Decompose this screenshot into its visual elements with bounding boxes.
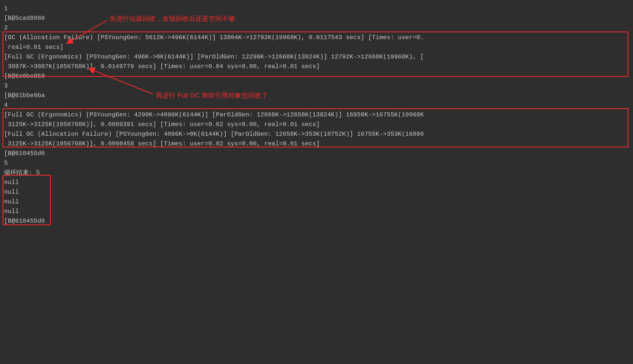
log-line: [Full GC (Ergonomics) [PSYoungGen: 4290K…: [4, 110, 424, 119]
log-line: [Full GC (Allocation Failure) [PSYoungGe…: [4, 130, 424, 139]
log-line: null: [4, 188, 19, 197]
svg-line-1: [89, 69, 153, 94]
log-line: 5: [4, 159, 8, 168]
log-line: null: [4, 197, 19, 206]
log-line: 3125K->3125K(1056768K)], 0.0089391 secs]…: [4, 120, 320, 129]
log-line: 1: [4, 4, 8, 13]
log-line: [Full GC (Ergonomics) [PSYoungGen: 496K-…: [4, 52, 424, 62]
annotation-text-2: 再进行 Full GC 将软引用对象也回收了: [156, 91, 268, 100]
log-line: [B@5cad8086: [4, 14, 45, 23]
log-line: [B@610455d6: [4, 217, 45, 226]
log-line: null: [4, 207, 19, 216]
console-output: 1 [B@5cad8086 2 [GC (Allocation Failure)…: [0, 0, 633, 364]
log-line: [GC (Allocation Failure) [PSYoungGen: 56…: [4, 33, 424, 42]
log-line: [B@6e0be858: [4, 72, 45, 81]
log-line: 3: [4, 81, 8, 90]
log-line: 3087K->3087K(1056768K)], 0.0149779 secs]…: [4, 62, 320, 71]
annotation-text-1: 先进行垃圾回收，发现回收后还是空间不够: [109, 14, 235, 23]
log-line: [B@610455d6: [4, 149, 45, 158]
log-line: 循环结束: 5: [4, 168, 40, 177]
log-line: real=0.01 secs]: [4, 43, 64, 52]
log-line: [B@61bbe9ba: [4, 91, 45, 100]
log-line: 4: [4, 101, 8, 110]
log-line: null: [4, 178, 19, 187]
log-line: 3125K->3125K(1056768K)], 0.0098458 secs]…: [4, 139, 320, 148]
log-line: 2: [4, 23, 8, 33]
